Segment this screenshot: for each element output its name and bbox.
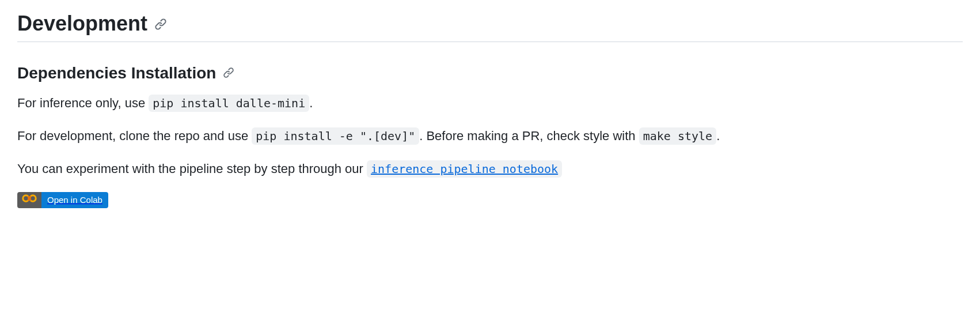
badge-row: Open in Colab xyxy=(17,192,963,208)
text: . Before making a PR, check style with xyxy=(419,129,639,143)
link-icon xyxy=(154,12,167,36)
heading-text: Development xyxy=(17,12,147,36)
code-make-style: make style xyxy=(639,127,716,145)
anchor-link-dependencies[interactable] xyxy=(223,64,234,82)
anchor-link-development[interactable] xyxy=(154,12,167,36)
open-in-colab-badge[interactable]: Open in Colab xyxy=(17,192,108,208)
colab-icon xyxy=(22,192,37,208)
code-link-text: inference pipeline notebook xyxy=(367,160,562,178)
code-pip-install: pip install dalle-mini xyxy=(149,95,309,112)
paragraph-inference: For inference only, use pip install dall… xyxy=(17,93,963,113)
paragraph-development: For development, clone the repo and use … xyxy=(17,126,963,146)
text: . xyxy=(716,129,720,143)
text: . xyxy=(309,96,313,110)
text: For development, clone the repo and use xyxy=(17,129,252,143)
colab-logo xyxy=(17,192,41,208)
paragraph-experiment: You can experiment with the pipeline ste… xyxy=(17,159,963,179)
heading-development: Development xyxy=(17,12,963,42)
code-pip-dev: pip install -e ".[dev]" xyxy=(252,127,419,145)
link-inference-notebook[interactable]: inference pipeline notebook xyxy=(367,161,562,176)
heading-dependencies: Dependencies Installation xyxy=(17,64,963,82)
link-icon xyxy=(223,64,234,82)
text: For inference only, use xyxy=(17,96,149,110)
subheading-text: Dependencies Installation xyxy=(17,64,216,82)
text: You can experiment with the pipeline ste… xyxy=(17,161,367,176)
badge-label: Open in Colab xyxy=(41,192,108,208)
readme-section: Development Dependencies Installation Fo… xyxy=(0,0,980,231)
